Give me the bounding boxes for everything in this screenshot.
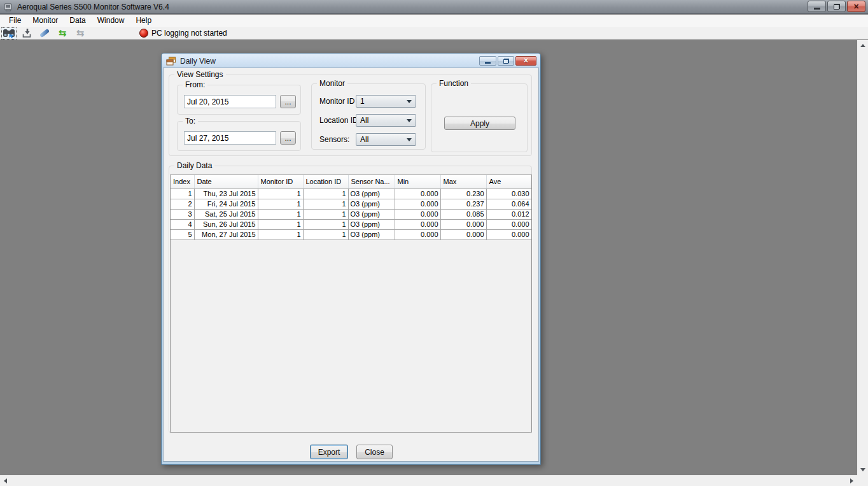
column-header-min[interactable]: Min xyxy=(395,175,440,189)
table-cell: O3 (ppm) xyxy=(348,219,395,229)
triangle-up-icon xyxy=(860,44,865,47)
table-cell: 0.000 xyxy=(440,229,486,239)
column-header-index[interactable]: Index xyxy=(171,175,194,189)
monitor-group: Monitor Monitor ID 1 Location ID All xyxy=(311,83,426,150)
export-button[interactable]: Export xyxy=(310,445,348,459)
location-id-dropdown[interactable]: All xyxy=(356,114,416,127)
table-cell: 0.000 xyxy=(395,199,440,209)
dialog-client-area: View Settings From: ... To: ... Monitor … xyxy=(164,68,538,461)
table-cell: O3 (ppm) xyxy=(348,199,395,209)
sensors-label: Sensors: xyxy=(319,133,349,146)
monitor-id-value: 1 xyxy=(360,96,365,107)
titlebar[interactable]: Aeroqual Series S500 Monitor Software V6… xyxy=(0,0,868,14)
table-row[interactable]: 2Fri, 24 Jul 201511O3 (ppm)0.0000.2370.0… xyxy=(171,199,531,209)
daily-view-dialog: Daily View × View Settings From: ... To: xyxy=(161,53,541,465)
menu-item-window[interactable]: Window xyxy=(92,15,130,27)
to-browse-button[interactable]: ... xyxy=(280,131,296,145)
table-cell: 1 xyxy=(258,209,303,219)
menu-item-monitor[interactable]: Monitor xyxy=(27,15,64,27)
chevron-down-icon xyxy=(407,119,412,122)
daily-data-label: Daily Data xyxy=(174,161,214,171)
table-row[interactable]: 1Thu, 23 Jul 201511O3 (ppm)0.0000.2300.0… xyxy=(171,189,531,199)
transfer-disabled-button: ⇆ xyxy=(73,27,88,39)
download-data-button[interactable] xyxy=(19,27,34,39)
to-label: To: xyxy=(183,117,198,126)
close-icon: × xyxy=(524,57,528,65)
column-header-sensor-na[interactable]: Sensor Na... xyxy=(348,175,395,189)
column-header-max[interactable]: Max xyxy=(440,175,486,189)
function-group-label: Function xyxy=(437,79,471,89)
table-cell: 1 xyxy=(303,199,348,209)
table-cell: 3 xyxy=(171,209,194,219)
table-row[interactable]: 4Sun, 26 Jul 201511O3 (ppm)0.0000.0000.0… xyxy=(171,219,531,229)
table-cell: 0.000 xyxy=(486,229,531,239)
logging-status-led-icon xyxy=(139,29,148,38)
table-cell: 1 xyxy=(258,219,303,229)
table-cell: Mon, 27 Jul 2015 xyxy=(194,229,258,239)
table-cell: 0.012 xyxy=(486,209,531,219)
table-cell: 1 xyxy=(258,199,303,209)
menu-item-data[interactable]: Data xyxy=(64,15,91,27)
sensors-value: All xyxy=(360,134,368,145)
binoculars-icon xyxy=(3,28,15,38)
to-date-input[interactable] xyxy=(184,131,276,145)
table-cell: 1 xyxy=(171,189,194,199)
table-row[interactable]: 3Sat, 25 Jul 201511O3 (ppm)0.0000.0850.0… xyxy=(171,209,531,219)
table-cell: O3 (ppm) xyxy=(348,189,395,199)
window-title: Aeroqual Series S500 Monitor Software V6… xyxy=(17,3,169,11)
table-cell: 0.000 xyxy=(395,189,440,199)
logging-status-text: PC logging not started xyxy=(151,27,227,39)
window-restore-button[interactable] xyxy=(827,1,846,12)
connect-button[interactable] xyxy=(37,27,52,39)
column-header-ave[interactable]: Ave xyxy=(486,175,531,189)
from-date-input[interactable] xyxy=(184,95,276,108)
table-cell: 0.230 xyxy=(440,189,486,199)
view-settings-label: View Settings xyxy=(174,70,226,80)
restore-icon xyxy=(834,4,840,10)
table-cell: 0.030 xyxy=(486,189,531,199)
scroll-right-button[interactable] xyxy=(846,475,857,486)
window-close-button[interactable]: × xyxy=(847,1,865,12)
table-cell: 0.237 xyxy=(440,199,486,209)
restore-icon xyxy=(503,59,509,64)
dialog-titlebar[interactable]: Daily View × xyxy=(164,54,538,68)
view-data-button[interactable] xyxy=(1,27,17,39)
transfer-button[interactable]: ⇆ xyxy=(55,27,70,39)
horizontal-scrollbar[interactable] xyxy=(0,475,857,486)
table-cell: 0.000 xyxy=(395,229,440,239)
table-cell: 1 xyxy=(303,229,348,239)
menu-item-help[interactable]: Help xyxy=(130,15,157,27)
table-cell: 0.085 xyxy=(440,209,486,219)
triangle-down-icon xyxy=(860,468,865,471)
column-header-date[interactable]: Date xyxy=(194,175,258,189)
table-cell: 0.000 xyxy=(486,219,531,229)
apply-button[interactable]: Apply xyxy=(444,117,515,130)
chevron-down-icon xyxy=(407,100,412,103)
daily-data-grid[interactable]: IndexDateMonitor IDLocation IDSensor Na.… xyxy=(170,175,532,432)
window-minimize-button[interactable] xyxy=(808,1,826,12)
column-header-location-id[interactable]: Location ID xyxy=(303,175,348,189)
monitor-id-dropdown[interactable]: 1 xyxy=(356,95,416,108)
dialog-close-button[interactable]: × xyxy=(515,56,536,66)
scroll-up-button[interactable] xyxy=(857,40,868,51)
pen-icon xyxy=(39,29,50,38)
close-dialog-button[interactable]: Close xyxy=(356,445,393,459)
dialog-minimize-button[interactable] xyxy=(479,56,496,66)
menu-item-file[interactable]: File xyxy=(3,15,27,27)
table-cell: 1 xyxy=(258,189,303,199)
from-browse-button[interactable]: ... xyxy=(280,95,296,108)
dialog-restore-button[interactable] xyxy=(498,56,514,66)
cascade-windows-icon xyxy=(166,57,176,66)
scroll-down-button[interactable] xyxy=(857,464,868,475)
transfer-arrows-disabled-icon: ⇆ xyxy=(76,28,85,39)
minimize-icon xyxy=(485,62,491,64)
from-label: From: xyxy=(183,80,207,90)
column-header-monitor-id[interactable]: Monitor ID xyxy=(258,175,303,189)
triangle-left-icon xyxy=(4,478,7,483)
sensors-dropdown[interactable]: All xyxy=(356,133,416,146)
scroll-left-button[interactable] xyxy=(0,475,11,486)
table-cell: 1 xyxy=(303,189,348,199)
table-row[interactable]: 5Mon, 27 Jul 201511O3 (ppm)0.0000.0000.0… xyxy=(171,229,531,239)
table-cell: O3 (ppm) xyxy=(348,209,395,219)
vertical-scrollbar[interactable] xyxy=(857,40,868,475)
